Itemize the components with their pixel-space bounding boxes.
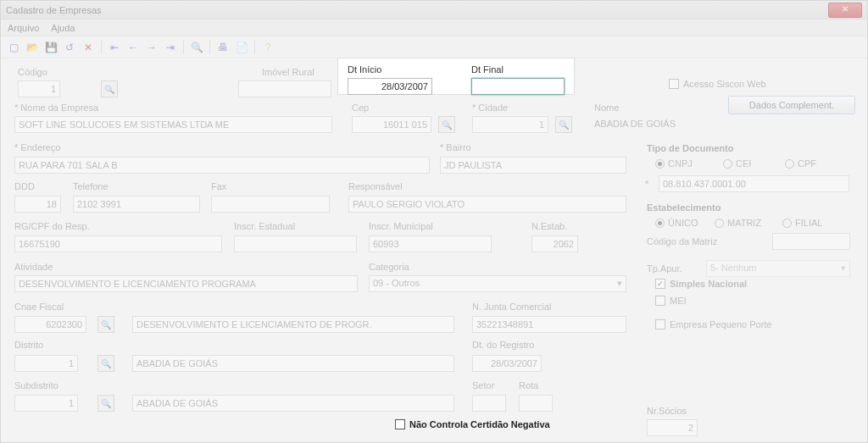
tb-last-icon[interactable]: ⇥ — [163, 40, 178, 55]
input-doc-num[interactable] — [659, 175, 849, 192]
checkbox-mei[interactable]: MEI — [655, 296, 687, 306]
input-subdistrito-nome[interactable] — [132, 395, 454, 412]
radio-cei[interactable]: CEI — [723, 158, 751, 169]
label-cnae: Cnae Fiscal — [14, 302, 64, 312]
radio-filial[interactable]: FILIAL — [782, 218, 822, 228]
menu-ajuda[interactable]: Ajuda — [51, 23, 75, 33]
radio-label: ÚNICO — [668, 218, 698, 228]
checkbox-box — [395, 419, 405, 429]
radio-label: MATRIZ — [727, 218, 761, 228]
value-nome-cidade: ABADIA DE GOIÁS — [594, 119, 676, 129]
tb-search-icon[interactable]: 🔍 — [189, 40, 204, 55]
radio-label: CPF — [798, 158, 816, 169]
label-subdistrito: Subdistrito — [14, 380, 58, 390]
input-subdistrito[interactable] — [14, 395, 78, 412]
input-dt-inicio[interactable] — [348, 78, 432, 95]
input-cidade[interactable] — [472, 116, 548, 133]
input-rota[interactable] — [519, 395, 553, 412]
form-area: Código 🔍 Imóvel Rural Nome da Empresa Ce… — [1, 60, 867, 442]
input-inscr-mun[interactable] — [369, 235, 492, 252]
input-nome-empresa[interactable] — [14, 116, 332, 133]
radio-cpf[interactable]: CPF — [785, 158, 816, 169]
checkbox-epp[interactable]: Empresa Pequeno Porte — [655, 319, 771, 329]
tb-save-icon[interactable]: 💾 — [43, 40, 58, 55]
input-dt-registro[interactable] — [472, 355, 542, 372]
select-categoria[interactable]: 09 - Outros — [369, 275, 626, 292]
label-cidade: Cidade — [472, 102, 508, 113]
label-nome-empresa: Nome da Empresa — [14, 102, 98, 113]
label-atividade: Atividade — [14, 262, 53, 272]
checkbox-label: Empresa Pequeno Porte — [670, 319, 771, 329]
input-imovel-rural[interactable] — [238, 80, 331, 97]
tb-first-icon[interactable]: ⇤ — [107, 40, 122, 55]
input-telefone[interactable] — [73, 196, 200, 213]
lookup-cidade-icon[interactable]: 🔍 — [555, 116, 572, 133]
checkbox-acesso-siscon[interactable]: Acesso Siscon Web — [669, 79, 766, 89]
input-cnae[interactable] — [14, 316, 86, 333]
lookup-subdistrito-icon[interactable]: 🔍 — [97, 395, 114, 412]
label-tipo-documento: Tipo de Documento — [647, 143, 733, 153]
menu-arquivo[interactable]: Arquivo — [8, 23, 39, 33]
input-n-estab[interactable] — [531, 235, 578, 252]
lookup-codigo-icon[interactable]: 🔍 — [101, 80, 118, 97]
label-doc-asterisk: * — [645, 179, 648, 189]
radio-dot — [782, 219, 792, 228]
tb-prev-icon[interactable]: ← — [125, 40, 141, 55]
lookup-cep-icon[interactable]: 🔍 — [438, 116, 455, 133]
radio-dot — [715, 219, 724, 228]
label-codigo: Código — [18, 67, 47, 77]
label-nome: Nome — [594, 102, 619, 113]
input-distrito[interactable] — [14, 355, 78, 372]
input-cnae-desc[interactable] — [132, 316, 454, 333]
input-nr-socios[interactable] — [647, 419, 698, 436]
input-responsavel[interactable] — [348, 196, 626, 213]
tb-sep — [254, 41, 255, 54]
tb-export-icon[interactable]: 📄 — [234, 40, 249, 55]
radio-unico[interactable]: ÚNICO — [655, 218, 698, 228]
input-rgcpf[interactable] — [14, 235, 222, 252]
radio-label: CNPJ — [668, 158, 693, 169]
input-setor[interactable] — [472, 395, 506, 412]
radio-label: CEI — [736, 158, 751, 169]
select-categoria-value: 09 - Outros — [373, 278, 420, 288]
label-ddd: DDD — [14, 181, 35, 191]
tb-print-icon[interactable]: 🖶 — [215, 40, 231, 55]
input-codigo-matriz[interactable] — [772, 233, 850, 250]
titlebar: Cadastro de Empresas ✕ — [1, 1, 867, 19]
input-fax[interactable] — [211, 196, 330, 213]
label-dt-final: Dt Final — [471, 64, 504, 75]
tb-open-icon[interactable]: 📂 — [25, 40, 40, 55]
label-imovel-rural: Imóvel Rural — [262, 67, 314, 77]
radio-cnpj[interactable]: CNPJ — [655, 158, 693, 169]
input-cep[interactable] — [352, 116, 431, 133]
input-ddd[interactable] — [14, 196, 61, 213]
label-distrito: Distrito — [14, 340, 43, 350]
input-bairro[interactable] — [440, 157, 626, 174]
select-tp-apur[interactable]: 5- Nenhum — [706, 260, 850, 277]
input-dt-final[interactable] — [471, 78, 565, 95]
input-codigo[interactable] — [18, 80, 60, 97]
input-endereco[interactable] — [14, 157, 430, 174]
label-dt-inicio: Dt Início — [348, 64, 381, 75]
input-inscr-est[interactable] — [234, 235, 357, 252]
menubar: Arquivo Ajuda — [1, 19, 867, 36]
label-inscr-est: Inscr. Estadual — [234, 221, 295, 231]
window-title: Cadastro de Empresas — [6, 5, 828, 15]
tb-help-icon[interactable]: ? — [260, 40, 275, 55]
checkbox-nao-controla[interactable]: Não Controla Certidão Negativa — [395, 419, 550, 429]
lookup-cnae-icon[interactable]: 🔍 — [97, 316, 114, 333]
button-dados-complement[interactable]: Dados Complement. — [728, 96, 855, 114]
tb-new-icon[interactable]: ▢ — [6, 40, 21, 55]
input-n-junta[interactable] — [472, 316, 626, 333]
input-distrito-nome[interactable] — [132, 355, 454, 372]
radio-matriz[interactable]: MATRIZ — [715, 218, 761, 228]
label-telefone: Telefone — [73, 181, 108, 191]
label-rgcpf: RG/CPF do Resp. — [14, 221, 90, 231]
tb-delete-icon[interactable]: ✕ — [81, 40, 96, 55]
close-button[interactable]: ✕ — [828, 3, 862, 18]
checkbox-simples[interactable]: ✓Simples Nacional — [655, 279, 747, 289]
tb-undo-icon[interactable]: ↺ — [62, 40, 77, 55]
lookup-distrito-icon[interactable]: 🔍 — [97, 355, 114, 372]
input-atividade[interactable] — [14, 275, 358, 292]
tb-next-icon[interactable]: → — [144, 40, 159, 55]
